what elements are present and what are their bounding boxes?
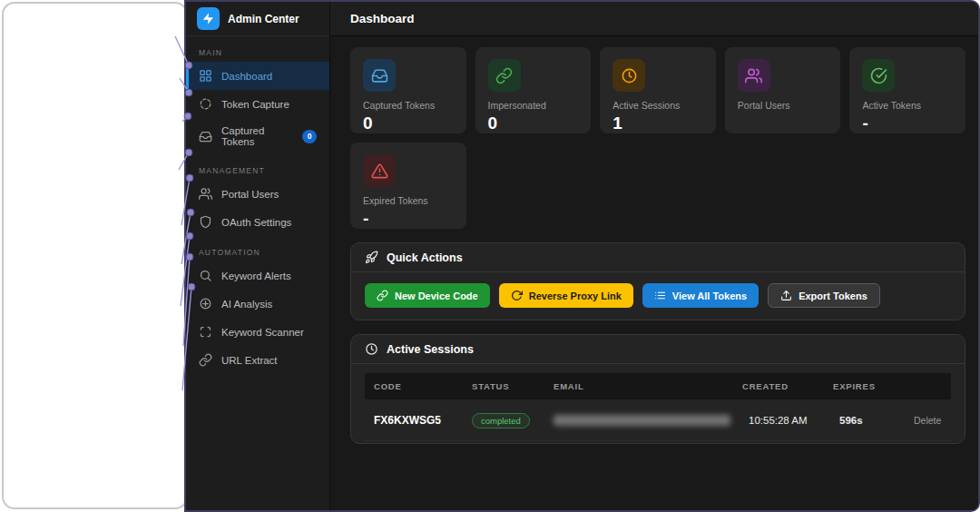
column-header-created: CREATED: [733, 381, 824, 391]
sidebar-section-management: MANAGEMENT: [186, 154, 329, 180]
status-badge: completed: [472, 413, 530, 428]
rocket-icon: [365, 251, 378, 264]
quick-actions-title: Quick Actions: [387, 251, 463, 264]
stat-label: Impersonated: [488, 100, 579, 111]
stat-card-active-tokens: Active Tokens -: [849, 47, 965, 133]
stat-label: Portal Users: [738, 100, 828, 111]
quick-actions-panel: Quick Actions New Device Code Reverse Pr…: [350, 242, 965, 320]
stat-value: [738, 113, 828, 133]
stat-card-expired-tokens: Expired Tokens -: [350, 143, 466, 229]
sidebar-item-label: Keyword Alerts: [221, 271, 291, 281]
stat-value: 0: [363, 113, 454, 133]
dashboard-content: Captured Tokens 0 Impersonated 0 Active …: [330, 36, 978, 510]
button-label: Export Tokens: [799, 290, 867, 301]
table-header-row: CODE STATUS EMAIL CREATED EXPIRES: [365, 373, 951, 399]
clock-icon: [365, 342, 378, 356]
list-icon: [654, 290, 666, 301]
users-icon: [738, 59, 770, 92]
active-sessions-title: Active Sessions: [387, 343, 474, 356]
upload-icon: [780, 290, 792, 301]
dashboard-grid-icon: [199, 69, 212, 83]
column-header-code: CODE: [365, 381, 463, 391]
table-row: FX6KXWSG5 completed 10:55:28 AM 596s Del…: [365, 399, 951, 441]
inbox-icon: [199, 130, 212, 143]
sidebar-item-label: AI Analysis: [221, 299, 272, 310]
active-sessions-header: Active Sessions: [351, 335, 965, 364]
sidebar-item-label: Token Capture: [221, 99, 289, 110]
link-icon: [488, 59, 521, 92]
session-email-redacted: [554, 415, 730, 426]
page-header: Dashboard: [330, 2, 978, 36]
sidebar-item-label: Portal Users: [221, 189, 279, 200]
stat-card-portal-users: Portal Users: [725, 47, 841, 133]
users-icon: [199, 187, 212, 201]
sidebar: Admin Center MAIN Dashboard Token Captur…: [186, 2, 330, 510]
sidebar-item-keyword-scanner[interactable]: Keyword Scanner: [186, 318, 329, 346]
stat-label: Active Sessions: [612, 100, 703, 111]
stat-card-active-sessions: Active Sessions 1: [600, 47, 716, 133]
sidebar-item-label: OAuth Settings: [221, 217, 291, 228]
refresh-icon: [511, 290, 523, 301]
brand-logo-icon: [197, 7, 220, 30]
brand-title: Admin Center: [228, 13, 299, 25]
delete-session-button[interactable]: Delete: [905, 415, 957, 426]
sidebar-item-oauth-settings[interactable]: OAuth Settings: [186, 208, 329, 236]
stat-value: 1: [612, 113, 703, 133]
stat-label: Captured Tokens: [363, 100, 454, 111]
quick-actions-header: Quick Actions: [351, 243, 965, 272]
active-sessions-panel: Active Sessions CODE STATUS EMAIL CREATE…: [350, 334, 965, 444]
sidebar-item-url-extract[interactable]: URL Extract: [186, 346, 329, 374]
sidebar-item-captured-tokens[interactable]: Captured Tokens 0: [186, 118, 329, 154]
stat-value: -: [363, 209, 454, 229]
search-icon: [199, 269, 212, 282]
page-title: Dashboard: [350, 12, 415, 25]
button-label: View All Tokens: [672, 290, 747, 301]
clock-icon: [612, 59, 645, 92]
stat-value: -: [862, 113, 953, 133]
inbox-icon: [363, 59, 396, 92]
link-icon: [377, 290, 388, 301]
new-device-code-button[interactable]: New Device Code: [365, 283, 490, 308]
shield-icon: [199, 215, 212, 229]
sidebar-item-label: Dashboard: [221, 71, 272, 82]
capture-target-icon: [199, 97, 212, 111]
stat-cards-row: Captured Tokens 0 Impersonated 0 Active …: [350, 47, 965, 133]
column-header-email: EMAIL: [544, 381, 733, 391]
sidebar-section-automation: AUTOMATION: [186, 236, 329, 261]
scan-brackets-icon: [199, 325, 212, 339]
sidebar-item-label: Captured Tokens: [221, 125, 293, 147]
stat-value: 0: [488, 113, 579, 133]
captured-tokens-badge: 0: [302, 130, 317, 143]
button-label: Reverse Proxy Link: [529, 290, 622, 301]
main-area: Dashboard Captured Tokens 0 Impersonated: [330, 2, 978, 510]
sidebar-section-main: MAIN: [186, 36, 329, 62]
session-expires: 596s: [830, 415, 905, 426]
ai-circle-icon: [199, 297, 212, 310]
sidebar-item-label: Keyword Scanner: [221, 327, 304, 338]
alert-triangle-icon: [363, 154, 396, 187]
reverse-proxy-link-button[interactable]: Reverse Proxy Link: [499, 283, 633, 308]
check-circle-icon: [862, 59, 895, 92]
export-tokens-button[interactable]: Export Tokens: [768, 283, 880, 308]
app-window: Admin Center MAIN Dashboard Token Captur…: [184, 0, 980, 512]
link-icon: [199, 353, 212, 367]
sidebar-header: Admin Center: [186, 2, 329, 36]
column-header-actions: [898, 381, 951, 391]
session-created: 10:55:28 AM: [740, 415, 830, 426]
stat-card-impersonated: Impersonated 0: [475, 47, 592, 133]
sidebar-item-portal-users[interactable]: Portal Users: [186, 180, 329, 208]
sidebar-item-dashboard[interactable]: Dashboard: [186, 62, 329, 90]
stat-cards-row-2: Expired Tokens -: [350, 143, 965, 229]
column-header-expires: EXPIRES: [824, 381, 898, 391]
stat-label: Active Tokens: [862, 100, 953, 111]
sidebar-item-label: URL Extract: [221, 355, 278, 366]
quick-actions-buttons: New Device Code Reverse Proxy Link View …: [351, 272, 965, 320]
column-header-status: STATUS: [463, 381, 544, 391]
annotation-panel: [2, 2, 188, 509]
sidebar-item-keyword-alerts[interactable]: Keyword Alerts: [186, 261, 329, 290]
view-all-tokens-button[interactable]: View All Tokens: [642, 283, 759, 308]
sidebar-item-token-capture[interactable]: Token Capture: [186, 90, 329, 118]
stat-label: Expired Tokens: [363, 195, 454, 206]
stat-card-captured-tokens: Captured Tokens 0: [350, 47, 466, 133]
sidebar-item-ai-analysis[interactable]: AI Analysis: [186, 290, 329, 318]
